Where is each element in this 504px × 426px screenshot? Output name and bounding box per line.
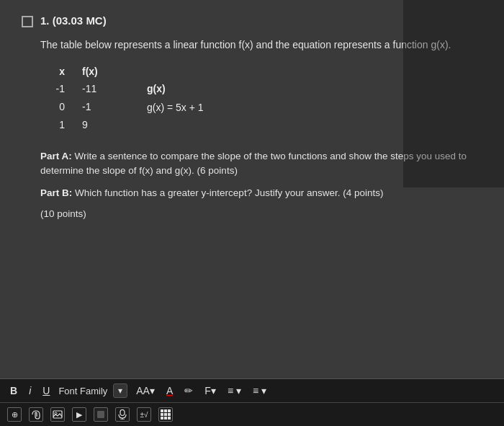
fx-table: x f(x) -1 -11 0 -1 1 9 xyxy=(50,66,104,135)
parts-section: Part A: Write a sentence to compare the … xyxy=(40,149,482,220)
font-color-button[interactable]: A xyxy=(163,383,176,398)
bold-button[interactable]: B xyxy=(7,383,20,398)
cell-fx3: 9 xyxy=(82,116,104,134)
font-family-label: Font Family xyxy=(58,386,107,396)
svg-point-1 xyxy=(55,412,57,414)
pencil-button[interactable]: ✏ xyxy=(181,383,196,398)
table-row: 1 9 xyxy=(50,116,104,134)
question-number: 1. (03.03 MC) xyxy=(40,14,107,27)
part-a-text: Part A: Write a sentence to compare the … xyxy=(40,149,482,179)
question-area: 1. (03.03 MC) The table below represents… xyxy=(0,0,504,378)
cell-fx1: -11 xyxy=(82,80,104,98)
part-b-text: Part B: Which function has a greater y-i… xyxy=(40,186,482,201)
underline-button[interactable]: U xyxy=(40,383,53,398)
table-header-row: x f(x) xyxy=(50,66,104,77)
math-button[interactable]: ±√ xyxy=(137,407,151,422)
attach-button[interactable] xyxy=(29,407,43,422)
toolbar-row-1: B i U Font Family ▾ AA▾ A ✏ F▾ ≡ ▾ ≡ ▾ xyxy=(0,379,504,403)
grid-button[interactable] xyxy=(158,407,173,422)
header-x: x xyxy=(50,66,65,77)
list-button-1[interactable]: ≡ ▾ xyxy=(225,383,244,398)
cell-x2: 0 xyxy=(50,98,65,116)
gx-equation: g(x) = 5x + 1 xyxy=(147,99,204,117)
toolbar-row-2: ⊕ ▶ ±√ xyxy=(0,403,504,426)
table-section: x f(x) -1 -11 0 -1 1 9 g(x) g(x) = 5x + … xyxy=(50,66,482,135)
font-size-button[interactable]: AA▾ xyxy=(133,383,158,398)
svg-rect-2 xyxy=(120,410,125,416)
cell-fx2: -1 xyxy=(82,98,104,116)
cell-x1: -1 xyxy=(50,80,65,98)
header-fx: f(x) xyxy=(82,66,104,77)
total-points: (10 points) xyxy=(40,208,482,219)
gx-section: g(x) g(x) = 5x + 1 xyxy=(147,66,204,135)
image-button[interactable] xyxy=(50,407,65,422)
question-intro: The table below represents a linear func… xyxy=(40,37,482,53)
question-checkbox[interactable] xyxy=(22,16,33,27)
font-family-dropdown[interactable]: ▾ xyxy=(113,383,127,398)
cell-x3: 1 xyxy=(50,116,65,134)
toolbar: B i U Font Family ▾ AA▾ A ✏ F▾ ≡ ▾ ≡ ▾ ⊕… xyxy=(0,378,504,426)
table-row: 0 -1 xyxy=(50,98,104,116)
list-button-2[interactable]: ≡ ▾ xyxy=(250,383,269,398)
table-row: -1 -11 xyxy=(50,80,104,98)
microphone-button[interactable] xyxy=(115,407,130,422)
video-record-button[interactable] xyxy=(94,407,108,422)
video-play-button[interactable]: ▶ xyxy=(72,407,86,422)
link-button[interactable]: ⊕ xyxy=(7,407,22,422)
format-button[interactable]: F▾ xyxy=(202,383,219,398)
question-header: 1. (03.03 MC) xyxy=(22,14,482,27)
gx-label: g(x) xyxy=(147,83,204,94)
dropdown-arrow: ▾ xyxy=(118,386,122,396)
italic-button[interactable]: i xyxy=(26,383,34,398)
